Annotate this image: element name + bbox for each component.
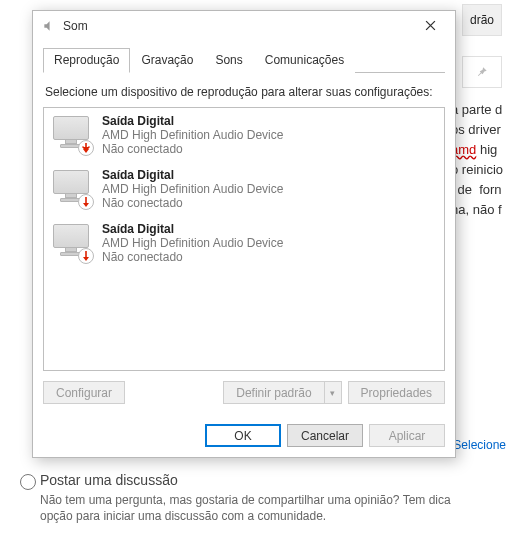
close-icon [425, 18, 436, 34]
chevron-down-icon: ▾ [330, 388, 335, 398]
tab-recording[interactable]: Gravação [130, 48, 204, 73]
device-status: Não conectado [102, 142, 283, 156]
background-clipped-text: a parte d os driver amd hig o reinicio i… [451, 100, 506, 220]
device-name: Saída Digital [102, 168, 283, 182]
background-link[interactable]: Selecione [453, 438, 506, 452]
radio-icon [20, 474, 36, 490]
list-item[interactable]: Saída Digital AMD High Definition Audio … [44, 108, 444, 162]
cancel-button[interactable]: Cancelar [287, 424, 363, 447]
monitor-icon [52, 222, 92, 262]
monitor-icon [52, 168, 92, 208]
tab-strip: Reprodução Gravação Sons Comunicações [43, 47, 445, 73]
arrow-down-badge-icon [78, 248, 94, 264]
background-button[interactable]: drão [462, 4, 502, 36]
sound-icon [41, 18, 57, 34]
device-status: Não conectado [102, 196, 283, 210]
sound-dialog: Som Reprodução Gravação Sons Comunicaçõe… [32, 10, 456, 458]
arrow-down-badge-icon [78, 140, 94, 156]
set-default-button: Definir padrão [223, 381, 323, 404]
set-default-split-button: Definir padrão ▾ [223, 381, 341, 404]
post-discussion-title: Postar uma discussão [40, 472, 502, 488]
list-item[interactable]: Saída Digital AMD High Definition Audio … [44, 162, 444, 216]
ok-button[interactable]: OK [205, 424, 281, 447]
tab-playback[interactable]: Reprodução [43, 48, 130, 73]
close-button[interactable] [411, 13, 449, 39]
titlebar[interactable]: Som [33, 11, 455, 41]
device-name: Saída Digital [102, 222, 283, 236]
device-status: Não conectado [102, 250, 283, 264]
tab-communications[interactable]: Comunicações [254, 48, 355, 73]
background-button-label: drão [470, 13, 494, 27]
apply-button: Aplicar [369, 424, 445, 447]
arrow-down-badge-icon [78, 194, 94, 210]
tab-sounds[interactable]: Sons [204, 48, 253, 73]
device-desc: AMD High Definition Audio Device [102, 182, 283, 196]
monitor-icon [52, 114, 92, 154]
device-desc: AMD High Definition Audio Device [102, 128, 283, 142]
pin-icon[interactable] [462, 56, 502, 88]
configure-button: Configurar [43, 381, 125, 404]
device-name: Saída Digital [102, 114, 283, 128]
list-item[interactable]: Saída Digital AMD High Definition Audio … [44, 216, 444, 270]
set-default-dropdown: ▾ [324, 381, 342, 404]
post-discussion-desc: Não tem uma pergunta, mas gostaria de co… [40, 492, 502, 524]
device-list[interactable]: Saída Digital AMD High Definition Audio … [43, 107, 445, 371]
device-desc: AMD High Definition Audio Device [102, 236, 283, 250]
instruction-text: Selecione um dispositivo de reprodução p… [45, 85, 443, 99]
post-discussion-option[interactable]: Postar uma discussão Não tem uma pergunt… [40, 472, 502, 524]
properties-button: Propriedades [348, 381, 445, 404]
dialog-title: Som [63, 19, 411, 33]
